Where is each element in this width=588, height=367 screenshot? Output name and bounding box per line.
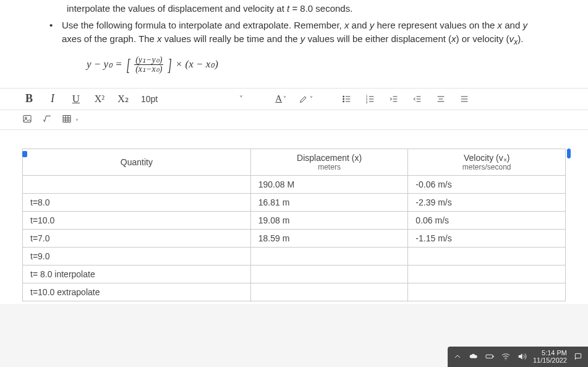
indent-icon bbox=[389, 94, 399, 104]
text: = 8.0 seconds. bbox=[289, 3, 352, 14]
bracket-right-icon: ] bbox=[168, 52, 172, 78]
formula-rhs: × (x − x₀) bbox=[176, 58, 218, 70]
text: and bbox=[349, 20, 369, 30]
subscript-button[interactable]: X₂ bbox=[116, 92, 130, 106]
align-center-icon bbox=[436, 94, 446, 104]
cell-disp[interactable]: 18.59 m bbox=[250, 229, 408, 247]
font-dropdown-chevron-icon[interactable]: ˅ bbox=[234, 92, 248, 106]
align-justify-button[interactable] bbox=[458, 92, 471, 106]
cell-quantity[interactable]: t=10.0 extrapolate bbox=[23, 283, 251, 301]
indent-button[interactable] bbox=[387, 92, 401, 106]
cell-quantity[interactable]: t= 8.0 interpolate bbox=[23, 265, 251, 283]
table-row[interactable]: t=10.0 extrapolate bbox=[23, 283, 566, 301]
formula-lhs: y − y₀ = bbox=[87, 58, 125, 70]
table-row[interactable]: t=8.016.81 m-2.39 m/s bbox=[23, 193, 566, 211]
svg-point-34 bbox=[505, 360, 506, 360]
cell-quantity[interactable]: t=7.0 bbox=[23, 229, 251, 247]
header-velocity[interactable]: Velocity (vₓ) meters/second bbox=[408, 149, 566, 175]
windows-taskbar: 5:14 PM 11/15/2022 bbox=[448, 347, 588, 367]
bullet-text: Use the following formula to interpolate… bbox=[62, 19, 539, 82]
table-header-row: Quantity Displacement (x) meters Velocit… bbox=[23, 149, 566, 175]
taskbar-clock[interactable]: 5:14 PM 11/15/2022 bbox=[533, 349, 567, 365]
table-row[interactable]: t=9.0 bbox=[23, 247, 566, 265]
cell-vel[interactable]: -1.15 m/s bbox=[408, 229, 566, 247]
cell-vel[interactable]: -0.06 m/s bbox=[408, 175, 566, 193]
notifications-icon[interactable] bbox=[573, 352, 583, 361]
image-button[interactable] bbox=[22, 114, 32, 126]
cell-vel[interactable] bbox=[408, 283, 566, 301]
highlight-button[interactable]: ˅ bbox=[297, 92, 314, 106]
onedrive-icon[interactable] bbox=[469, 352, 479, 361]
doc-line-1: interpolate the values of displacement a… bbox=[67, 2, 539, 16]
wifi-icon[interactable] bbox=[501, 352, 511, 361]
battery-icon[interactable] bbox=[485, 352, 495, 361]
header-disp-sub: meters bbox=[258, 163, 401, 171]
taskbar-time: 5:14 PM bbox=[533, 349, 567, 357]
chevron-down-icon: ˅ bbox=[283, 95, 286, 102]
cell-disp[interactable] bbox=[250, 265, 408, 283]
ordered-list-button[interactable]: 123 bbox=[364, 92, 377, 106]
tray-chevron-up-icon[interactable] bbox=[453, 352, 462, 361]
svg-rect-24 bbox=[23, 115, 31, 122]
unordered-list-button[interactable] bbox=[340, 92, 354, 106]
superscript-button[interactable]: X² bbox=[93, 92, 106, 106]
table-row[interactable]: 190.08 M-0.06 m/s bbox=[23, 175, 566, 193]
cell-disp[interactable]: 190.08 M bbox=[250, 175, 408, 193]
bullet-icon: • bbox=[49, 19, 56, 82]
table-icon bbox=[62, 114, 72, 124]
outdent-icon bbox=[412, 94, 422, 104]
cell-quantity[interactable]: t=8.0 bbox=[23, 193, 251, 211]
table-row[interactable]: t=7.018.59 m-1.15 m/s bbox=[23, 229, 566, 247]
svg-rect-32 bbox=[486, 355, 493, 358]
align-center-button[interactable] bbox=[434, 92, 448, 106]
cell-disp[interactable] bbox=[250, 247, 408, 265]
text: axes of the graph. The bbox=[62, 33, 157, 44]
cell-vel[interactable]: -2.39 m/s bbox=[408, 193, 566, 211]
editor-area[interactable]: Quantity Displacement (x) meters Velocit… bbox=[0, 130, 588, 304]
header-quantity[interactable]: Quantity bbox=[23, 149, 251, 175]
data-table[interactable]: Quantity Displacement (x) meters Velocit… bbox=[22, 149, 566, 301]
cell-quantity[interactable] bbox=[23, 175, 251, 193]
cell-disp[interactable]: 16.81 m bbox=[250, 193, 408, 211]
cell-vel[interactable] bbox=[408, 265, 566, 283]
bracket-left-icon: [ bbox=[126, 52, 130, 78]
cell-quantity[interactable]: t=9.0 bbox=[23, 247, 251, 265]
taskbar-date: 11/15/2022 bbox=[533, 356, 567, 365]
italic-button[interactable]: I bbox=[46, 92, 59, 106]
svg-text:3: 3 bbox=[366, 100, 368, 103]
equation-button[interactable]: . bbox=[42, 114, 52, 126]
selection-handle-right[interactable] bbox=[567, 149, 571, 158]
svg-point-1 bbox=[343, 98, 344, 100]
bold-button[interactable]: B bbox=[22, 92, 36, 106]
table-button[interactable]: ˅ bbox=[62, 114, 79, 126]
text-color-button[interactable]: A ˅ bbox=[274, 92, 288, 106]
align-justify-icon bbox=[459, 94, 469, 104]
cell-vel[interactable]: 0.06 m/s bbox=[408, 211, 566, 229]
table-row[interactable]: t= 8.0 interpolate bbox=[23, 265, 566, 283]
var-x: x bbox=[498, 20, 503, 30]
font-size-select[interactable]: 10pt bbox=[140, 92, 159, 106]
text: here represent values on the bbox=[374, 20, 497, 30]
formula-denominator: (x₁−x₀) bbox=[134, 65, 163, 74]
formula: y − y₀ = [ (y₁−y₀) (x₁−x₀) ] × (x − x₀) bbox=[87, 52, 539, 78]
cell-vel[interactable] bbox=[408, 247, 566, 265]
underline-button[interactable]: U bbox=[69, 92, 83, 106]
text: interpolate the values of displacement a… bbox=[67, 3, 287, 14]
formula-fraction: (y₁−y₀) (x₁−x₀) bbox=[134, 56, 163, 74]
selection-handle-left[interactable] bbox=[22, 151, 27, 157]
outdent-button[interactable] bbox=[411, 92, 424, 106]
sqrt-icon: . bbox=[42, 114, 52, 124]
volume-icon[interactable] bbox=[517, 352, 527, 361]
text: values will be either displacement ( bbox=[305, 33, 451, 44]
formula-numerator: (y₁−y₀) bbox=[134, 56, 163, 66]
cell-quantity[interactable]: t=10.0 bbox=[23, 211, 251, 229]
text: values will really be time and the bbox=[162, 33, 300, 44]
highlighter-icon bbox=[299, 94, 309, 104]
cell-disp[interactable]: 19.08 m bbox=[250, 211, 408, 229]
header-displacement[interactable]: Displacement (x) meters bbox=[250, 149, 408, 175]
cell-disp[interactable] bbox=[250, 283, 408, 301]
svg-rect-35 bbox=[575, 354, 581, 358]
var-y: y bbox=[522, 20, 527, 30]
bullet-list-icon bbox=[342, 94, 352, 104]
table-row[interactable]: t=10.019.08 m0.06 m/s bbox=[23, 211, 566, 229]
